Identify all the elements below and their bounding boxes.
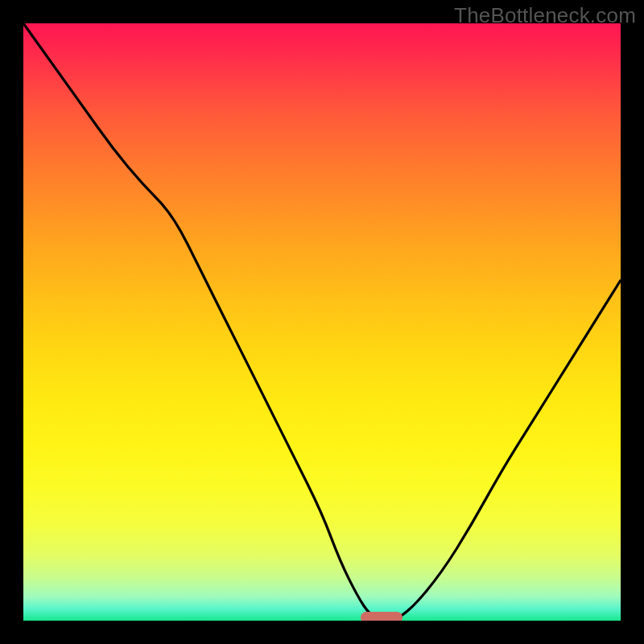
bottleneck-curve <box>23 23 621 621</box>
watermark-text: TheBottleneck.com <box>454 3 636 28</box>
plot-area <box>23 23 621 621</box>
chart-frame: TheBottleneck.com <box>0 0 644 644</box>
optimal-marker <box>361 612 402 621</box>
